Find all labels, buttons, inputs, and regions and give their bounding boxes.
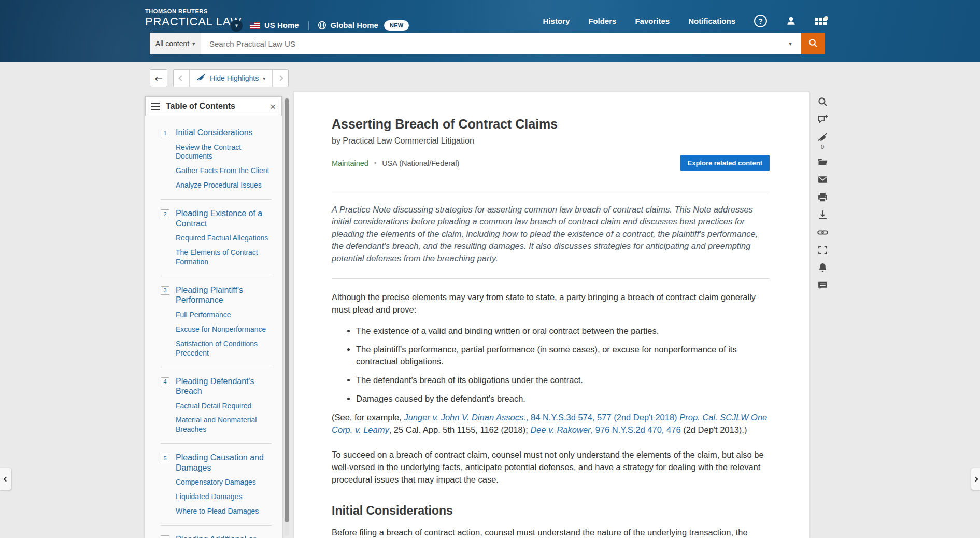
search-in-document-icon[interactable]	[817, 96, 828, 107]
case-link[interactable]: Dee v. Rakower	[530, 425, 590, 434]
toc-section-number: 3	[161, 286, 169, 295]
section-heading: Initial Considerations	[332, 504, 770, 518]
case-cite-link[interactable]: , 976 N.Y.S.2d 470, 476	[591, 425, 681, 434]
case-cite-link[interactable]: , 84 N.Y.S.3d 574, 577 (2nd Dep't 2018)	[526, 413, 679, 422]
menu-notifications[interactable]: Notifications	[688, 17, 735, 25]
document-byline: by Practical Law Commercial Litigation	[332, 136, 770, 146]
help-icon[interactable]: ?	[754, 15, 767, 27]
copy-link-icon[interactable]	[817, 227, 828, 238]
chevron-down-icon: ▾	[235, 22, 238, 29]
toc-item[interactable]: The Elements of Contract Formation	[176, 248, 274, 267]
bullet-separator: •	[374, 160, 376, 167]
toc-scrollbar[interactable]	[285, 97, 289, 536]
comments-icon[interactable]	[817, 280, 828, 291]
chevron-left-icon	[3, 476, 8, 482]
global-home-link[interactable]: Global Home	[330, 21, 378, 30]
toc-section-link[interactable]: 1 Initial Considerations	[161, 128, 274, 138]
search-button[interactable]	[801, 33, 825, 54]
search-bar: All content ▾ ▾	[150, 33, 825, 54]
citation-suffix: (2d Dep't 2013).)	[681, 425, 747, 434]
toc-section-3: 3 Pleading Plaintiff's Performance Full …	[161, 285, 274, 367]
us-home-link[interactable]: US Home	[264, 21, 299, 30]
toc-section-link[interactable]: 3 Pleading Plaintiff's Performance	[161, 285, 274, 305]
highlights-nav-group: Hide Highlights ▾	[173, 69, 289, 87]
fullscreen-icon[interactable]	[817, 245, 828, 256]
brand-dropdown-button[interactable]: ▾	[231, 20, 243, 32]
document-side-toolbar: 0	[814, 96, 831, 291]
body-paragraph: To succeed on a breach of contract claim…	[332, 449, 770, 486]
toc-item[interactable]: Full Performance	[176, 310, 274, 320]
menu-history[interactable]: History	[543, 17, 570, 25]
toc-section-6: 6 Pleading Additional or Alternative Rel…	[161, 534, 274, 538]
expand-right-panel-tab[interactable]	[971, 468, 980, 490]
toc-item[interactable]: Review the Contract Documents	[176, 143, 274, 162]
hide-highlights-label: Hide Highlights	[210, 74, 259, 82]
body-paragraph: Before filing a breach of contract actio…	[332, 527, 770, 538]
close-icon[interactable]: ×	[270, 102, 276, 111]
collapse-left-panel-tab[interactable]	[0, 468, 11, 490]
next-highlight-button[interactable]	[272, 70, 288, 87]
case-cite-text: , 25 Cal. App. 5th 1155, 1162 (2018);	[389, 425, 531, 434]
annotation-count: 0	[821, 144, 824, 150]
document-toolbar: ← Hide Highlights ▾	[150, 69, 289, 87]
divider	[332, 278, 770, 279]
toc-item[interactable]: Gather Facts From the Client	[176, 166, 274, 176]
divider	[161, 443, 272, 444]
menu-favorites[interactable]: Favorites	[635, 17, 670, 25]
hide-annotations-icon[interactable]	[817, 132, 828, 143]
app-header: THOMSON REUTERS PRACTICAL LAW ▾ US Home …	[0, 0, 980, 62]
divider	[161, 367, 272, 367]
toc-section-link[interactable]: 5 Pleading Causation and Damages	[161, 452, 274, 473]
apps-grid-icon[interactable]	[815, 18, 827, 25]
toc-scrollbar-thumb[interactable]	[285, 98, 289, 522]
document-panel: Asserting Breach of Contract Claims by P…	[294, 92, 809, 538]
search-input[interactable]	[201, 33, 801, 54]
toc-item[interactable]: Material and Nonmaterial Breaches	[176, 416, 274, 434]
list-item: The plaintiff's performance, partial per…	[356, 344, 770, 367]
toc-item[interactable]: Where to Plead Damages	[176, 507, 274, 516]
search-scope-dropdown[interactable]: All content ▾	[150, 33, 201, 54]
toc-item[interactable]: Liquidated Damages	[176, 492, 274, 502]
previous-highlight-button[interactable]	[174, 70, 190, 87]
toc-item[interactable]: Excuse for Nonperformance	[176, 325, 274, 334]
download-icon[interactable]	[817, 209, 828, 220]
alerts-bell-icon[interactable]	[817, 262, 828, 273]
toc-section-label: Pleading Additional or Alternative Relie…	[176, 534, 274, 538]
print-icon[interactable]	[817, 192, 828, 203]
toc-section-link[interactable]: 6 Pleading Additional or Alternative Rel…	[161, 534, 274, 538]
case-link[interactable]: Junger v. John V. Dinan Assocs.	[404, 413, 525, 422]
page: THOMSON REUTERS PRACTICAL LAW ▾ US Home …	[0, 0, 980, 538]
toc-section-link[interactable]: 4 Pleading Defendant's Breach	[161, 376, 274, 397]
chevron-right-icon	[278, 75, 283, 81]
explore-related-content-button[interactable]: Explore related content	[680, 155, 770, 171]
brand-logo[interactable]: THOMSON REUTERS PRACTICAL LAW	[145, 8, 242, 29]
search-suggestions-chevron-icon[interactable]: ▾	[789, 40, 792, 47]
add-annotation-icon[interactable]	[817, 114, 828, 125]
toc-item[interactable]: Factual Detail Required	[176, 402, 274, 411]
hide-highlights-button[interactable]: Hide Highlights ▾	[190, 70, 272, 87]
toc-section-link[interactable]: 2 Pleading Existence of a Contract	[161, 208, 274, 229]
email-icon[interactable]	[817, 174, 828, 185]
toc-item[interactable]: Analyze Procedural Issues	[176, 181, 274, 190]
toc-menu-icon[interactable]	[151, 103, 160, 110]
toc-item[interactable]: Satisfaction of Conditions Precedent	[176, 339, 274, 358]
toc-section-number: 5	[161, 454, 169, 462]
menu-folders[interactable]: Folders	[588, 17, 616, 25]
toc-section-number: 4	[161, 377, 169, 386]
help-glyph: ?	[758, 17, 763, 25]
divider	[161, 199, 272, 200]
toc-item[interactable]: Compensatory Damages	[176, 478, 274, 487]
user-profile-icon[interactable]	[786, 16, 797, 26]
divider	[161, 525, 272, 526]
list-item: Damages caused by the defendant's breach…	[356, 393, 770, 405]
toc-section-number: 1	[161, 129, 169, 137]
brand-practical-law: PRACTICAL LAW	[145, 15, 242, 29]
toc-title: Table of Contents	[166, 102, 235, 111]
toc-header: Table of Contents ×	[145, 96, 282, 116]
divider	[161, 276, 272, 276]
back-button[interactable]: ←	[150, 69, 167, 87]
document-abstract: A Practice Note discussing strategies fo…	[332, 204, 770, 264]
toc-item[interactable]: Required Factual Allegations	[176, 234, 274, 243]
document-status-row: Maintained • USA (National/Federal) Expl…	[332, 155, 770, 171]
folder-icon[interactable]	[817, 157, 828, 167]
